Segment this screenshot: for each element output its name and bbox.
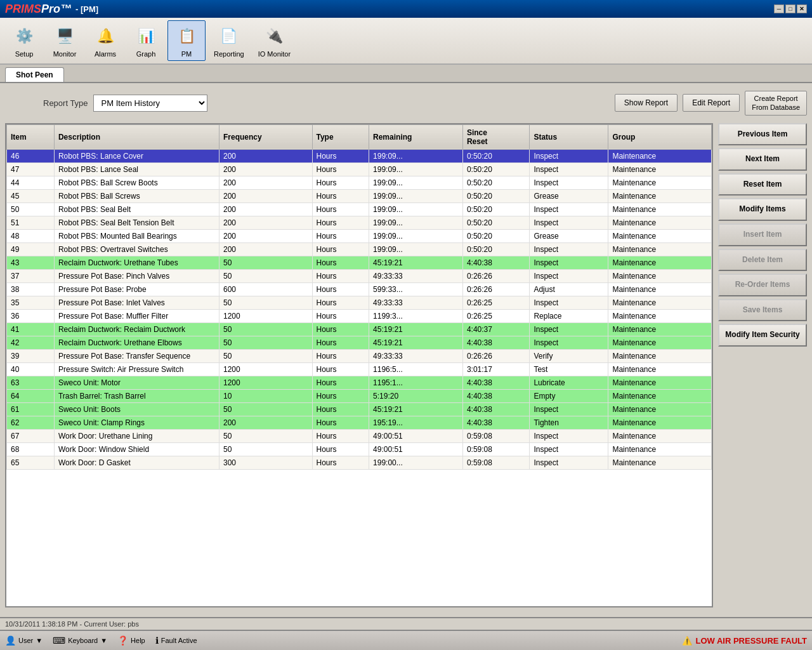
create-report-button[interactable]: Create ReportFrom Database [745, 91, 807, 116]
table-cell: Hours [312, 336, 369, 349]
taskbar-fault[interactable]: ℹ Fault Active [155, 635, 197, 646]
table-cell: Work Door: Window Shield [54, 442, 219, 456]
table-cell: 64 [7, 389, 55, 402]
table-cell: 1196:5... [369, 362, 463, 376]
save-items-button[interactable]: Save Items [718, 299, 807, 322]
modify-item-security-button[interactable]: Modify Item Security [718, 324, 807, 347]
table-row[interactable]: 62Sweco Unit: Clamp Rings200Hours195:19.… [7, 416, 712, 429]
table-row[interactable]: 45Robot PBS: Ball Screws200Hours199:09..… [7, 189, 712, 202]
table-cell: Inspect [530, 442, 608, 456]
table-cell: Maintenance [608, 202, 712, 216]
table-cell: Maintenance [608, 149, 712, 162]
table-cell: 0:59:08 [462, 442, 530, 456]
table-cell: Hours [312, 269, 369, 282]
taskbar-user[interactable]: 👤 User ▼ [5, 635, 43, 646]
table-row[interactable]: 41Reclaim Ductwork: Reclaim Ductwork50Ho… [7, 322, 712, 336]
maximize-button[interactable]: □ [785, 4, 796, 13]
table-cell: Maintenance [608, 242, 712, 256]
show-report-button[interactable]: Show Report [615, 94, 678, 112]
table-row[interactable]: 36Pressure Pot Base: Muffler Filter1200H… [7, 309, 712, 322]
titlebar-controls[interactable]: ─ □ ✕ [774, 4, 807, 13]
table-cell: 36 [7, 309, 55, 322]
table-cell: Pressure Pot Base: Pinch Valves [54, 269, 219, 282]
setup-icon: ⚙️ [11, 23, 37, 49]
table-row[interactable]: 42Reclaim Ductwork: Urethane Elbows50Hou… [7, 336, 712, 349]
col-header-group: Group [608, 124, 712, 149]
table-cell: 4:40:38 [462, 416, 530, 429]
minimize-button[interactable]: ─ [774, 4, 784, 13]
table-cell: Maintenance [608, 336, 712, 349]
taskbar-help[interactable]: ❓ Help [117, 635, 145, 646]
status-datetime: 10/31/2011 1:38:18 PM - Current User: pb… [5, 620, 139, 628]
taskbar-keyboard[interactable]: ⌨ Keyboard ▼ [53, 635, 107, 646]
table-cell: 0:26:25 [462, 309, 530, 322]
toolbar-item-alarms[interactable]: 🔔 Alarms [86, 20, 124, 61]
modify-items-button[interactable]: Modify Items [718, 198, 807, 221]
toolbar-item-monitor[interactable]: 🖥️ Monitor [46, 20, 84, 61]
table-cell: Maintenance [608, 176, 712, 189]
table-cell: Maintenance [608, 376, 712, 389]
table-cell: Pressure Pot Base: Transfer Sequence [54, 349, 219, 362]
table-row[interactable]: 64Trash Barrel: Trash Barrel10Hours5:19:… [7, 389, 712, 402]
table-row[interactable]: 48Robot PBS: Mounted Ball Bearings200Hou… [7, 229, 712, 242]
sidebar: Previous Item Next Item Reset Item Modif… [718, 123, 807, 607]
table-cell: Maintenance [608, 416, 712, 429]
table-row[interactable]: 44Robot PBS: Ball Screw Boots200Hours199… [7, 176, 712, 189]
next-item-button[interactable]: Next Item [718, 148, 807, 171]
table-cell: 0:50:20 [462, 189, 530, 202]
toolbar-item-setup[interactable]: ⚙️ Setup [5, 20, 43, 61]
table-row[interactable]: 38Pressure Pot Base: Probe600Hours599:33… [7, 282, 712, 296]
table-row[interactable]: 68Work Door: Window Shield50Hours49:00:5… [7, 442, 712, 456]
previous-item-button[interactable]: Previous Item [718, 123, 807, 146]
reset-item-button[interactable]: Reset Item [718, 173, 807, 196]
edit-report-button[interactable]: Edit Report [683, 94, 740, 112]
table-cell: 199:09... [369, 242, 463, 256]
table-cell: Reclaim Ductwork: Urethane Elbows [54, 336, 219, 349]
table-cell: 44 [7, 176, 55, 189]
table-cell: 43 [7, 256, 55, 269]
toolbar-item-reporting[interactable]: 📄 Reporting [208, 20, 250, 61]
table-cell: 50 [219, 256, 312, 269]
table-row[interactable]: 49Robot PBS: Overtravel Switches200Hours… [7, 242, 712, 256]
table-cell: 0:50:20 [462, 229, 530, 242]
table-cell: Sweco Unit: Boots [54, 402, 219, 416]
reorder-items-button[interactable]: Re-Order Items [718, 274, 807, 296]
table-row[interactable]: 47Robot PBS: Lance Seal200Hours199:09...… [7, 162, 712, 176]
table-cell: 45:19:21 [369, 336, 463, 349]
table-cell: 4:40:38 [462, 389, 530, 402]
table-row[interactable]: 35Pressure Pot Base: Inlet Valves50Hours… [7, 296, 712, 309]
table-row[interactable]: 43Reclaim Ductwork: Urethane Tubes50Hour… [7, 256, 712, 269]
table-scroll[interactable]: Item Description Frequency Type Remainin… [6, 124, 712, 606]
toolbar-item-pm[interactable]: 📋 PM [167, 20, 206, 61]
table-cell: 45:19:21 [369, 322, 463, 336]
toolbar-item-graph[interactable]: 📊 Graph [127, 20, 165, 61]
table-row[interactable]: 63Sweco Unit: Motor1200Hours1195:1...4:4… [7, 376, 712, 389]
table-row[interactable]: 65Work Door: D Gasket300Hours199:00...0:… [7, 456, 712, 469]
table-row[interactable]: 50Robot PBS: Seal Belt200Hours199:09...0… [7, 202, 712, 216]
table-row[interactable]: 67Work Door: Urethane Lining50Hours49:00… [7, 429, 712, 442]
report-type-select[interactable]: PM Item History [93, 95, 207, 112]
tab-shot-peen[interactable]: Shot Peen [5, 67, 64, 82]
table-row[interactable]: 46Robot PBS: Lance Cover200Hours199:09..… [7, 149, 712, 162]
table-cell: Hours [312, 402, 369, 416]
delete-item-button[interactable]: Delete Item [718, 249, 807, 272]
table-row[interactable]: 37Pressure Pot Base: Pinch Valves50Hours… [7, 269, 712, 282]
report-type-label: Report Type [43, 98, 88, 108]
table-row[interactable]: 40Pressure Switch: Air Pressure Switch12… [7, 362, 712, 376]
toolbar-item-io-monitor[interactable]: 🔌 IO Monitor [252, 20, 296, 61]
close-button[interactable]: ✕ [797, 4, 807, 13]
table-cell: Hours [312, 362, 369, 376]
table-cell: Maintenance [608, 402, 712, 416]
table-cell: 199:09... [369, 229, 463, 242]
col-header-since-reset: SinceReset [462, 124, 530, 149]
table-cell: Maintenance [608, 362, 712, 376]
table-cell: Tighten [530, 416, 608, 429]
table-cell: 49:33:33 [369, 349, 463, 362]
table-row[interactable]: 61Sweco Unit: Boots50Hours45:19:214:40:3… [7, 402, 712, 416]
table-cell: Maintenance [608, 189, 712, 202]
table-row[interactable]: 39Pressure Pot Base: Transfer Sequence50… [7, 349, 712, 362]
table-row[interactable]: 51Robot PBS: Seal Belt Tension Belt200Ho… [7, 216, 712, 229]
table-cell: Hours [312, 416, 369, 429]
insert-item-button[interactable]: Insert Item [718, 223, 807, 246]
table-cell: 200 [219, 242, 312, 256]
